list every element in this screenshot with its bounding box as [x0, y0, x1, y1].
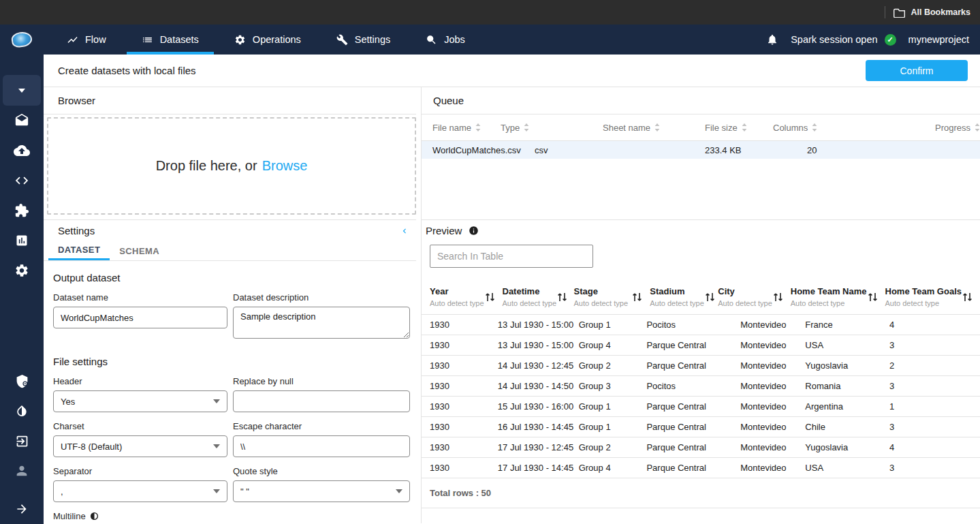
cell-year: 1930	[430, 381, 498, 391]
preview-row[interactable]: 1930 16 Jul 1930 - 14:45 Group 1 Parque …	[422, 417, 980, 437]
preview-row[interactable]: 1930 13 Jul 1930 - 15:00 Group 4 Parque …	[422, 335, 980, 356]
preview-column-header[interactable]: Stage Auto detect type	[574, 283, 650, 314]
preview-column-text: Stadium Auto detect type	[650, 286, 704, 307]
queue-column-header[interactable]: Sheet name	[603, 123, 705, 133]
cell-year: 1930	[430, 401, 498, 412]
operations-gear-icon	[234, 34, 246, 46]
preview-column-header[interactable]: Stadium Auto detect type	[650, 283, 718, 314]
separator-select[interactable]: ,	[53, 480, 227, 502]
preview-row[interactable]: 1930 13 Jul 1930 - 15:00 Group 1 Pocitos…	[422, 315, 980, 335]
cell-city: Montevideo	[740, 320, 805, 330]
quote-style-label: Quote style	[233, 466, 410, 476]
rail-item-mail[interactable]	[0, 106, 44, 136]
queue-cell-columns: 20	[807, 145, 875, 155]
flow-icon	[67, 34, 78, 46]
project-name[interactable]: mynewproject	[908, 34, 969, 45]
tab-jobs[interactable]: Jobs	[426, 25, 465, 55]
separator-select-value: ,	[61, 487, 63, 497]
tab-operations[interactable]: Operations	[234, 25, 301, 55]
preview-row[interactable]: 1930 14 Jul 1930 - 12:45 Group 2 Parque …	[422, 356, 980, 376]
cell-city: Montevideo	[740, 360, 805, 371]
queue-column-header[interactable]: Columns	[773, 123, 935, 133]
tab-dataset[interactable]: DATASET	[48, 241, 110, 260]
settings-panel-title: Settings	[58, 225, 95, 236]
preview-column-text: City Auto detect type	[718, 286, 772, 307]
charset-select[interactable]: UTF-8 (Default)	[53, 435, 227, 457]
queue-column-header[interactable]: Progress	[935, 123, 980, 133]
preview-column-header[interactable]: Datetime Auto detect type	[503, 283, 574, 314]
gear-icon	[14, 263, 29, 278]
collapse-panel-button[interactable]	[400, 226, 409, 236]
header-select[interactable]: Yes	[53, 390, 227, 412]
replace-by-null-input[interactable]	[233, 390, 410, 412]
tab-operations-label: Operations	[253, 34, 301, 45]
charset-select-value: UTF-8 (Default)	[61, 442, 122, 452]
preview-row[interactable]: 1930 15 Jul 1930 - 16:00 Group 1 Parque …	[422, 397, 980, 417]
rail-item-reports[interactable]	[0, 226, 44, 256]
preview-column-header[interactable]: Year Auto detect type	[430, 283, 503, 314]
file-dropzone[interactable]: Drop file here, or Browse	[47, 117, 416, 215]
sort-carets-icon	[975, 123, 980, 132]
preview-column-header[interactable]: Home Team Name Auto detect type	[791, 283, 885, 314]
multiline-label: Multiline	[53, 511, 86, 521]
queue-row[interactable]: WorldCupMatches.csv csv 233.4 KB 20	[422, 141, 980, 159]
code-icon	[14, 173, 29, 188]
tab-schema[interactable]: SCHEMA	[110, 241, 169, 260]
escape-character-input[interactable]	[233, 435, 410, 457]
cell-city: Montevideo	[740, 463, 805, 473]
page-title: Create datasets with local files	[58, 65, 196, 76]
search-in-table-input[interactable]	[430, 245, 593, 268]
caret-down-icon	[18, 89, 25, 93]
arrow-right-icon	[15, 502, 29, 516]
info-icon[interactable]	[469, 226, 479, 236]
preview-column-header[interactable]: Home Team Goals Auto detect type	[885, 283, 980, 314]
preview-row[interactable]: 1930 17 Jul 1930 - 14:45 Group 4 Parque …	[422, 458, 980, 478]
cell-home-team-name: Yugoslavia	[805, 442, 889, 452]
dataset-name-input[interactable]	[53, 307, 227, 328]
cell-datetime: 17 Jul 1930 - 12:45	[498, 442, 579, 452]
confirm-button[interactable]: Confirm	[866, 60, 968, 81]
preview-table-body: 1930 13 Jul 1930 - 15:00 Group 1 Pocitos…	[422, 315, 980, 478]
notifications-bell-icon[interactable]	[766, 33, 778, 46]
project-switcher-button[interactable]	[3, 75, 41, 106]
cell-datetime: 13 Jul 1930 - 15:00	[498, 340, 579, 350]
browse-link[interactable]: Browse	[262, 158, 308, 174]
preview-column-header[interactable]: City Auto detect type	[718, 283, 791, 314]
all-bookmarks-button[interactable]: All Bookmarks	[894, 7, 970, 18]
rail-item-exit[interactable]	[0, 426, 44, 456]
sort-carets-icon	[742, 123, 747, 132]
rail-item-extensions[interactable]	[0, 196, 44, 226]
cell-stadium: Parque Central	[646, 401, 740, 412]
cell-home-team-name: USA	[805, 340, 889, 350]
rail-item-security[interactable]	[0, 366, 44, 396]
queue-column-header[interactable]: Type	[501, 123, 603, 133]
cell-stadium: Parque Central	[646, 463, 740, 473]
cell-year: 1930	[430, 442, 498, 452]
cell-stadium: Parque Central	[646, 340, 740, 350]
nav-right: Spark session open ✓ mynewproject	[766, 25, 980, 55]
logo-icon	[11, 31, 33, 48]
rail-item-collapse[interactable]	[0, 494, 44, 524]
preview-row[interactable]: 1930 14 Jul 1930 - 14:50 Group 3 Pocitos…	[422, 376, 980, 397]
quote-style-select-value: " "	[240, 487, 249, 497]
dataset-description-input[interactable]: Sample description	[233, 307, 410, 339]
sort-carets-icon	[812, 123, 817, 132]
rail-item-user[interactable]	[0, 456, 44, 486]
preview-row[interactable]: 1930 17 Jul 1930 - 12:45 Group 2 Parque …	[422, 437, 980, 458]
tab-flow[interactable]: Flow	[67, 25, 106, 55]
tab-settings[interactable]: Settings	[336, 25, 390, 55]
folder-icon	[894, 7, 905, 18]
rail-item-upload[interactable]	[0, 136, 44, 166]
queue-column-header[interactable]: File name	[432, 123, 501, 133]
cell-stage: Group 4	[579, 463, 647, 473]
tab-datasets[interactable]: Datasets	[142, 25, 199, 55]
sort-arrows-icon	[704, 292, 716, 303]
sort-arrows-icon	[556, 292, 568, 303]
rail-item-theme[interactable]	[0, 396, 44, 426]
rail-item-code[interactable]	[0, 166, 44, 196]
tab-datasets-label: Datasets	[160, 34, 199, 45]
queue-column-header[interactable]: File size	[705, 123, 773, 133]
rail-item-settings[interactable]	[0, 256, 44, 286]
cell-city: Montevideo	[740, 422, 805, 432]
quote-style-select[interactable]: " "	[233, 480, 410, 502]
